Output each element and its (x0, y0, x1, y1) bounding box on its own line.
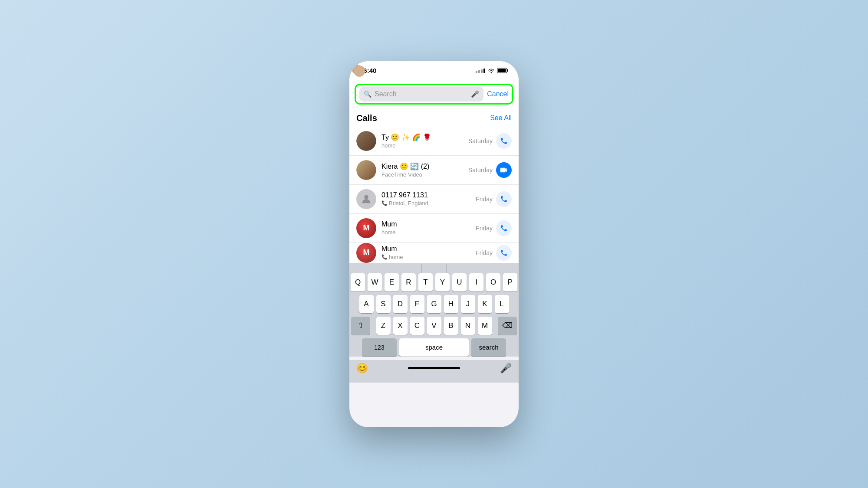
key-b[interactable]: B (444, 317, 458, 335)
call-phone-button-mum1[interactable] (496, 220, 512, 236)
emoji-button[interactable]: 😊 (356, 363, 368, 374)
key-k[interactable]: K (478, 295, 492, 313)
key-v[interactable]: V (427, 317, 441, 335)
key-e[interactable]: E (385, 273, 399, 291)
call-info-mum1: Mum home (381, 220, 476, 236)
call-item-ty[interactable]: Ty 🙂 ✨ 🌈 🌹 home Saturday (349, 127, 519, 156)
key-x[interactable]: X (393, 317, 408, 335)
svg-point-2 (364, 195, 368, 199)
key-j[interactable]: J (461, 295, 475, 313)
avatar-mum2: M (356, 243, 376, 263)
call-name-mum2: Mum (381, 245, 476, 253)
search-bar-container: 🔍 Search 🎤 Cancel (355, 84, 513, 105)
key-l[interactable]: L (495, 295, 509, 313)
calls-section: Calls See All Ty 🙂 ✨ 🌈 🌹 home Saturd (349, 108, 519, 263)
key-search[interactable]: search (471, 338, 506, 357)
wifi-icon (488, 68, 495, 73)
key-o[interactable]: O (486, 273, 500, 291)
call-day-kiera: Saturday (468, 167, 493, 174)
calls-header: Calls See All (349, 108, 519, 127)
phone-frame: 16:40 🔍 Search (349, 61, 519, 427)
key-r[interactable]: R (401, 273, 416, 291)
signal-icon (476, 69, 485, 73)
call-day-mum1: Friday (476, 225, 493, 232)
key-u[interactable]: U (452, 273, 467, 291)
call-name-kiera: Kiera 🙂 🔄 (2) (381, 162, 468, 170)
call-video-button-kiera[interactable] (496, 162, 512, 178)
call-item-mum1[interactable]: M Mum home Friday (349, 214, 519, 243)
call-phone-button-mum2[interactable] (496, 245, 512, 261)
divider-left (421, 264, 422, 274)
key-q[interactable]: Q (351, 273, 365, 291)
key-z[interactable]: Z (376, 317, 391, 335)
divider-right (446, 264, 447, 274)
key-w[interactable]: W (368, 273, 382, 291)
call-item-unknown[interactable]: 0117 967 1131 📞 Bristol, England Friday (349, 185, 519, 214)
key-123[interactable]: 123 (362, 338, 397, 357)
key-a[interactable]: A (359, 295, 374, 313)
call-subtext-mum1: home (381, 229, 476, 236)
key-space[interactable]: space (399, 338, 469, 357)
key-d[interactable]: D (393, 295, 408, 313)
key-t[interactable]: T (418, 273, 433, 291)
keyboard-accessory-row: 😊 🎤 (349, 360, 519, 383)
call-info-kiera: Kiera 🙂 🔄 (2) FaceTime Video (381, 162, 468, 178)
key-shift[interactable]: ⇧ (351, 317, 370, 335)
call-subtext-unknown: 📞 Bristol, England (381, 200, 476, 206)
avatar-unknown (356, 189, 376, 209)
dictation-button[interactable]: 🎤 (500, 363, 512, 374)
keyboard-divider (349, 263, 519, 272)
call-phone-button-ty[interactable] (496, 133, 512, 149)
key-p[interactable]: P (503, 273, 517, 291)
call-info-mum2: Mum 📞 home (381, 245, 476, 260)
key-y[interactable]: Y (435, 273, 450, 291)
key-i[interactable]: I (469, 273, 483, 291)
call-name-ty: Ty 🙂 ✨ 🌈 🌹 (381, 133, 468, 141)
avatar-ty (356, 131, 376, 151)
key-s[interactable]: S (376, 295, 391, 313)
call-item-mum2[interactable]: M Mum 📞 home Friday (349, 243, 519, 263)
key-m[interactable]: M (478, 317, 492, 335)
call-day-mum2: Friday (476, 249, 493, 256)
cancel-button[interactable]: Cancel (487, 90, 509, 98)
call-info-ty: Ty 🙂 ✨ 🌈 🌹 home (381, 133, 468, 149)
home-indicator (408, 367, 460, 369)
key-f[interactable]: F (410, 295, 424, 313)
key-n[interactable]: N (461, 317, 475, 335)
key-delete[interactable]: ⌫ (498, 317, 517, 335)
call-info-unknown: 0117 967 1131 📞 Bristol, England (381, 191, 476, 206)
call-day-ty: Saturday (468, 138, 493, 144)
keyboard-row-1: Q W E R T Y U I O P (351, 273, 517, 291)
call-item-kiera[interactable]: Kiera 🙂 🔄 (2) FaceTime Video Saturday (349, 156, 519, 185)
search-input[interactable]: Search (375, 90, 468, 98)
call-subtext-ty: home (381, 142, 468, 149)
search-magnifier-icon: 🔍 (364, 90, 372, 98)
key-c[interactable]: C (410, 317, 424, 335)
battery-icon (497, 68, 508, 73)
call-subtext-mum2: 📞 home (381, 254, 476, 260)
status-bar: 16:40 (349, 61, 519, 80)
keyboard-row-2: A S D F G H J K L (351, 295, 517, 313)
search-bar[interactable]: 🔍 Search 🎤 (359, 87, 483, 102)
key-g[interactable]: G (427, 295, 441, 313)
keyboard-row-3: ⇧ Z X C V B N M ⌫ (351, 317, 517, 335)
microphone-icon[interactable]: 🎤 (471, 90, 479, 98)
calls-title: Calls (356, 113, 377, 123)
keyboard-bottom-row: 123 space search (351, 338, 517, 357)
call-name-unknown: 0117 967 1131 (381, 191, 476, 199)
call-day-unknown: Friday (476, 196, 493, 203)
call-name-mum1: Mum (381, 220, 476, 228)
status-icons (476, 68, 508, 73)
keyboard: Q W E R T Y U I O P A S D F G H J K L ⇧ (349, 272, 519, 357)
call-subtext-kiera: FaceTime Video (381, 171, 468, 178)
call-phone-button-unknown[interactable] (496, 191, 512, 207)
avatar-kiera (356, 160, 376, 180)
avatar-mum1: M (356, 218, 376, 238)
see-all-button[interactable]: See All (490, 114, 512, 122)
svg-rect-1 (498, 69, 506, 72)
key-h[interactable]: H (444, 295, 458, 313)
